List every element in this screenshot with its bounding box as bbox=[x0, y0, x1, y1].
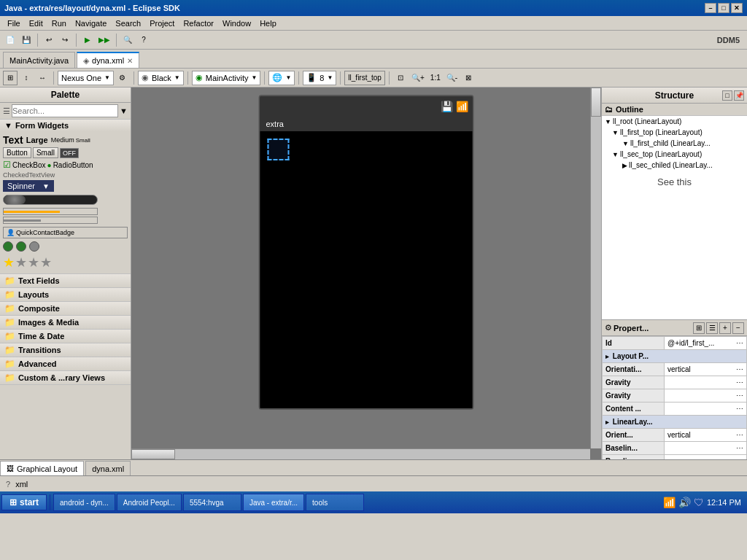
fw-quickcontact[interactable]: 👤 QuickContactBadge bbox=[3, 227, 128, 238]
outline-item-sec-top[interactable]: ▼ ll_sec_top (LinearLayout) bbox=[602, 149, 747, 160]
activity-dropdown[interactable]: ◉ MainActivity ▼ bbox=[192, 71, 261, 85]
prop-val-content[interactable]: ⋯ bbox=[665, 402, 747, 416]
menu-search[interactable]: Search bbox=[111, 18, 145, 29]
device-options-btn[interactable]: ⚙ bbox=[115, 71, 130, 85]
structure-pin-btn[interactable]: 📌 bbox=[734, 90, 744, 101]
zoom-100-btn[interactable]: 1:1 bbox=[428, 71, 443, 85]
undo-button[interactable]: ↩ bbox=[42, 33, 56, 47]
menu-refactor[interactable]: Refactor bbox=[179, 18, 218, 29]
device-dropdown[interactable]: Nexus One ▼ bbox=[58, 71, 114, 85]
bottom-tab-graphical[interactable]: 🖼 Graphical Layout bbox=[0, 461, 84, 475]
menu-window[interactable]: Window bbox=[218, 18, 255, 29]
palette-search-input[interactable] bbox=[12, 104, 118, 117]
prop-val-gravity2[interactable]: ⋯ bbox=[665, 389, 747, 402]
menu-project[interactable]: Project bbox=[145, 18, 179, 29]
expand-first-top[interactable]: ▼ bbox=[612, 129, 619, 136]
taskbar-item-java[interactable]: Java - extra/r... bbox=[243, 494, 304, 511]
close-button[interactable]: ✕ bbox=[731, 3, 743, 13]
debug-button[interactable]: ▶ bbox=[80, 33, 95, 47]
device-content[interactable] bbox=[260, 131, 473, 408]
new-button[interactable]: 📄 bbox=[3, 33, 18, 47]
taskbar-network-icon[interactable]: 📶 bbox=[663, 497, 676, 508]
tab-dynaxml-close[interactable]: ✕ bbox=[127, 57, 133, 65]
fw-spinner[interactable]: Spinner ▼ bbox=[3, 180, 54, 192]
menu-file[interactable]: File bbox=[3, 18, 25, 29]
palette-section-custom-header[interactable]: 📁 Custom & ...rary Views bbox=[0, 371, 131, 384]
taskbar-item-tools[interactable]: tools bbox=[306, 494, 364, 511]
run-button[interactable]: ▶▶ bbox=[96, 33, 112, 47]
prop-val-id[interactable]: @+id/l_first_... ⋯ bbox=[665, 337, 747, 350]
expand-sec-top[interactable]: ▼ bbox=[612, 151, 619, 158]
prop-section-layout-params[interactable]: ▸ Layout P... bbox=[603, 350, 747, 363]
outline-item-first-top[interactable]: ▼ ll_first_top (LinearLayout) bbox=[602, 127, 747, 138]
taskbar-item-people[interactable]: Android Peopl... bbox=[117, 494, 182, 511]
tab-mainactivity[interactable]: MainActivity.java bbox=[3, 52, 75, 68]
fw-seekbar-orange[interactable] bbox=[3, 208, 98, 215]
maximize-button[interactable]: □ bbox=[718, 3, 729, 13]
prop-val-baseline2[interactable]: ⋯ bbox=[665, 455, 747, 460]
editor-vscroll-thumb[interactable] bbox=[591, 88, 601, 117]
palette-section-transitions-header[interactable]: 📁 Transitions bbox=[0, 343, 131, 357]
locale-dropdown[interactable]: 🌐 ▼ bbox=[268, 71, 295, 85]
properties-btn2[interactable]: ☰ bbox=[706, 322, 718, 334]
expand-sec-child[interactable]: ▶ bbox=[622, 162, 627, 169]
zoom-in-btn[interactable]: 🔍+ bbox=[409, 71, 427, 85]
layout-label-btn[interactable]: ll_first_top bbox=[344, 71, 385, 85]
redo-button[interactable]: ↪ bbox=[58, 33, 72, 47]
palette-section-text-fields-header[interactable]: 📁 Text Fields bbox=[0, 274, 131, 287]
editor-canvas[interactable]: 💾 📶 extra bbox=[131, 88, 601, 459]
menu-edit[interactable]: Edit bbox=[25, 18, 47, 29]
save-button[interactable]: 💾 bbox=[19, 33, 34, 47]
zoom-fit-btn[interactable]: ⊡ bbox=[393, 71, 408, 85]
palette-section-advanced-header[interactable]: 📁 Advanced bbox=[0, 357, 131, 370]
fw-radiobutton[interactable]: ● RadioButton bbox=[47, 161, 93, 169]
minimize-button[interactable]: – bbox=[705, 3, 716, 13]
expand-first-child[interactable]: ▼ bbox=[622, 140, 629, 147]
menu-navigate[interactable]: Navigate bbox=[71, 18, 111, 29]
fw-circle-off[interactable] bbox=[29, 241, 39, 252]
fw-seekbar-grey[interactable] bbox=[3, 217, 98, 224]
outline-item-sec-child[interactable]: ▶ ll_sec_chiled (LinearLay... bbox=[602, 160, 747, 171]
palette-section-form-widgets-header[interactable]: ▼ Form Widgets bbox=[0, 120, 131, 131]
taskbar-security-icon[interactable]: 🛡 bbox=[694, 497, 704, 508]
outline-item-first-child[interactable]: ▼ ll_first_child (LinearLay... bbox=[602, 138, 747, 149]
taskbar-volume-icon[interactable]: 🔊 bbox=[678, 497, 691, 508]
fw-circle-on1[interactable] bbox=[3, 241, 13, 252]
fw-circle-on2[interactable] bbox=[16, 241, 26, 252]
properties-add-btn[interactable]: + bbox=[719, 322, 731, 334]
fw-checkbox[interactable]: ☑ CheckBox bbox=[3, 160, 46, 170]
palette-section-composite-header[interactable]: 📁 Composite bbox=[0, 302, 131, 315]
structure-expand-btn[interactable]: □ bbox=[722, 90, 732, 101]
bottom-tab-xml[interactable]: dyna.xml bbox=[85, 461, 131, 475]
toggle-landscape-btn[interactable]: ↔ bbox=[35, 71, 50, 85]
zoom-fit2-btn[interactable]: ⊠ bbox=[461, 71, 476, 85]
api-dropdown[interactable]: 📱 8 ▼ bbox=[303, 71, 336, 85]
tab-dynaxml[interactable]: ◈ dyna.xml ✕ bbox=[77, 52, 139, 68]
editor-hscroll-thumb[interactable] bbox=[131, 449, 175, 459]
menu-run[interactable]: Run bbox=[47, 18, 71, 29]
prop-val-orientation[interactable]: vertical ⋯ bbox=[665, 363, 747, 376]
theme-dropdown[interactable]: ◉ Black ▼ bbox=[138, 71, 184, 85]
editor-hscrollbar[interactable] bbox=[131, 448, 590, 459]
fw-ratingbar[interactable]: ★ ★ ★ ★ bbox=[3, 254, 128, 271]
properties-btn1[interactable]: ⊞ bbox=[693, 322, 705, 334]
palette-section-time-date-header[interactable]: 📁 Time & Date bbox=[0, 330, 131, 343]
palette-dropdown-arrow[interactable]: ▼ bbox=[120, 106, 128, 115]
help-button[interactable]: ? bbox=[136, 33, 151, 47]
toggle-layout-btn[interactable]: ⊞ bbox=[3, 71, 18, 85]
menu-help[interactable]: Help bbox=[255, 18, 281, 29]
prop-val-gravity1[interactable]: ⋯ bbox=[665, 376, 747, 389]
prop-val-orient[interactable]: vertical ⋯ bbox=[665, 429, 747, 442]
fw-small-button[interactable]: Small bbox=[33, 147, 58, 158]
prop-section-linearlayout[interactable]: ▸ LinearLay... bbox=[603, 416, 747, 429]
zoom-out-btn[interactable]: 🔍- bbox=[444, 71, 460, 85]
expand-root[interactable]: ▼ bbox=[605, 118, 611, 125]
palette-section-layouts-header[interactable]: 📁 Layouts bbox=[0, 288, 131, 301]
fw-toggle[interactable]: OFF bbox=[60, 148, 79, 158]
taskbar-item-android[interactable]: android - dyn... bbox=[53, 494, 115, 511]
taskbar-item-emulator[interactable]: 5554:hvga bbox=[183, 494, 241, 511]
toggle-portrait-btn[interactable]: ↕ bbox=[19, 71, 34, 85]
properties-remove-btn[interactable]: − bbox=[732, 322, 744, 334]
start-button[interactable]: ⊞ start bbox=[1, 494, 47, 510]
outline-item-root[interactable]: ▼ ll_root (LinearLayout) bbox=[602, 116, 747, 127]
